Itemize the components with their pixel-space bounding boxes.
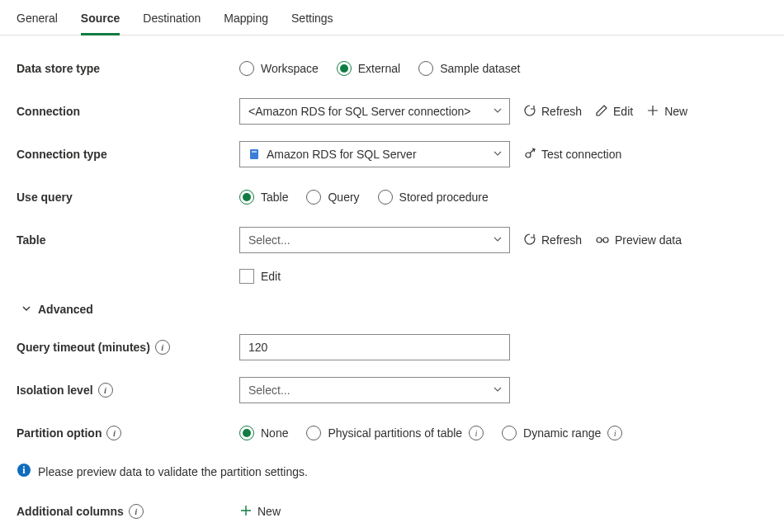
connection-type-select[interactable]: Amazon RDS for SQL Server	[239, 141, 510, 167]
radio-sp-label: Stored procedure	[399, 191, 489, 204]
tab-general[interactable]: General	[17, 12, 58, 35]
use-query-radio-group: Table Query Stored procedure	[239, 190, 489, 205]
label-connection-type: Connection type	[17, 148, 239, 161]
plus-icon	[646, 104, 659, 120]
label-query-timeout: Query timeout (minutes) i	[17, 340, 239, 355]
info-icon[interactable]: i	[106, 426, 121, 440]
info-icon[interactable]: i	[607, 426, 622, 440]
test-connection-icon	[523, 147, 536, 162]
radio-query[interactable]: Query	[306, 190, 359, 205]
table-refresh-label: Refresh	[541, 233, 582, 247]
chevron-down-icon	[21, 303, 31, 316]
radio-sample-dataset[interactable]: Sample dataset	[418, 61, 520, 76]
info-icon[interactable]: i	[129, 504, 144, 519]
radio-workspace[interactable]: Workspace	[239, 61, 319, 76]
pencil-icon	[595, 104, 608, 120]
info-icon[interactable]: i	[155, 340, 170, 355]
radio-external[interactable]: External	[337, 61, 400, 76]
test-connection-label: Test connection	[541, 148, 621, 161]
connection-refresh-button[interactable]: Refresh	[523, 104, 582, 120]
radio-stored-procedure[interactable]: Stored procedure	[378, 190, 489, 205]
radio-physical-label: Physical partitions of table	[328, 426, 462, 440]
radio-table[interactable]: Table	[239, 190, 288, 205]
table-refresh-button[interactable]: Refresh	[523, 233, 582, 248]
radio-dynamic-label: Dynamic range	[523, 426, 601, 440]
additional-columns-new-button[interactable]: New	[239, 504, 281, 520]
label-use-query: Use query	[17, 191, 239, 204]
database-icon	[248, 148, 260, 160]
connection-refresh-label: Refresh	[541, 105, 582, 118]
tabs-bar: General Source Destination Mapping Setti…	[0, 0, 784, 35]
info-icon[interactable]: i	[98, 383, 113, 398]
info-filled-icon: i	[17, 463, 31, 480]
table-edit-checkbox-label: Edit	[261, 270, 281, 283]
additional-columns-new-label: New	[257, 505, 281, 518]
radio-sample-label: Sample dataset	[440, 62, 520, 75]
label-additional-columns: Additional columns i	[17, 504, 239, 519]
advanced-label: Advanced	[38, 303, 93, 316]
tab-settings[interactable]: Settings	[291, 12, 333, 35]
chevron-down-icon	[493, 233, 503, 247]
label-connection: Connection	[17, 105, 239, 118]
radio-workspace-label: Workspace	[261, 62, 319, 75]
partition-option-radio-group: None Physical partitions of table i Dyna…	[239, 426, 622, 440]
query-timeout-value: 120	[248, 341, 267, 354]
tab-mapping[interactable]: Mapping	[224, 12, 268, 35]
refresh-icon	[523, 104, 536, 120]
svg-point-3	[597, 238, 602, 242]
glasses-icon	[595, 233, 610, 248]
advanced-toggle[interactable]: Advanced	[21, 303, 767, 316]
preview-data-label: Preview data	[615, 233, 682, 247]
chevron-down-icon	[493, 105, 503, 118]
connection-edit-button[interactable]: Edit	[595, 104, 633, 120]
table-edit-checkbox[interactable]	[239, 269, 254, 284]
isolation-level-select[interactable]: Select...	[239, 377, 510, 403]
label-partition-option: Partition option i	[17, 426, 239, 440]
svg-rect-0	[250, 149, 258, 159]
radio-partition-physical[interactable]: Physical partitions of table i	[306, 426, 484, 440]
plus-icon	[239, 504, 253, 520]
radio-none-label: None	[261, 426, 288, 440]
partition-info-message: i Please preview data to validate the pa…	[17, 463, 767, 480]
radio-table-label: Table	[261, 191, 288, 204]
tab-destination[interactable]: Destination	[143, 12, 201, 35]
table-select-placeholder: Select...	[248, 233, 290, 247]
query-timeout-input[interactable]: 120	[239, 334, 510, 360]
svg-point-4	[603, 238, 608, 242]
info-icon[interactable]: i	[469, 426, 484, 440]
data-store-type-radio-group: Workspace External Sample dataset	[239, 61, 520, 76]
table-select[interactable]: Select...	[239, 227, 510, 253]
chevron-down-icon	[493, 148, 503, 161]
refresh-icon	[523, 233, 536, 248]
label-isolation-level: Isolation level i	[17, 383, 239, 398]
connection-select-value: <Amazon RDS for SQL Server connection>	[248, 105, 471, 118]
chevron-down-icon	[493, 384, 503, 397]
label-table: Table	[17, 233, 239, 247]
connection-type-value: Amazon RDS for SQL Server	[267, 148, 417, 161]
label-data-store-type: Data store type	[17, 62, 239, 75]
preview-data-button[interactable]: Preview data	[595, 233, 682, 248]
connection-select[interactable]: <Amazon RDS for SQL Server connection>	[239, 98, 510, 125]
connection-new-button[interactable]: New	[646, 104, 687, 120]
radio-external-label: External	[358, 62, 400, 75]
radio-partition-dynamic[interactable]: Dynamic range i	[502, 426, 622, 440]
tab-source[interactable]: Source	[81, 12, 120, 35]
svg-rect-1	[252, 151, 257, 153]
connection-edit-label: Edit	[613, 105, 633, 118]
form-body: Data store type Workspace External Sampl…	[0, 35, 784, 532]
connection-new-label: New	[664, 105, 687, 118]
radio-partition-none[interactable]: None	[239, 426, 288, 440]
test-connection-button[interactable]: Test connection	[523, 147, 621, 162]
isolation-level-placeholder: Select...	[248, 384, 290, 397]
partition-info-text: Please preview data to validate the part…	[38, 465, 308, 478]
radio-query-label: Query	[328, 191, 359, 204]
